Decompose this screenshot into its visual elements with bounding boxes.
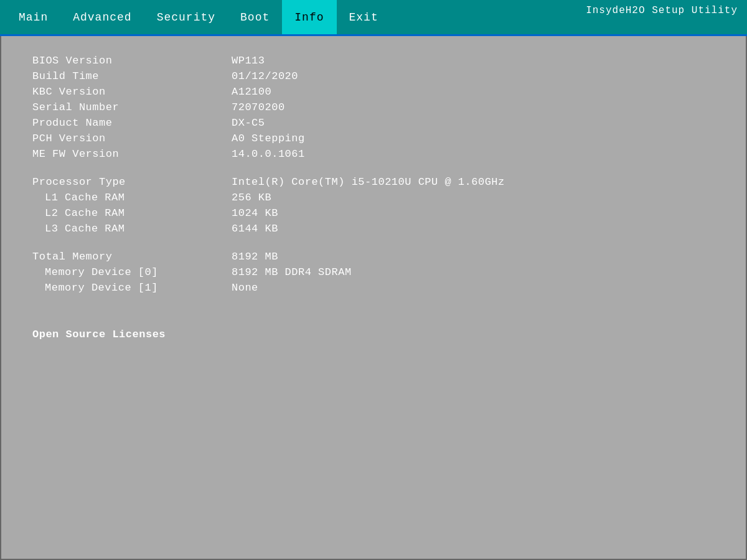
label-l3-cache: L3 Cache RAM (32, 223, 232, 235)
value-memory-device-1: None (232, 282, 258, 294)
info-row-kbc-version: KBC Version A12100 (32, 86, 715, 98)
label-processor-type: Processor Type (32, 176, 232, 188)
label-l1-cache: L1 Cache RAM (32, 192, 232, 203)
utility-title: InsydeH2O Setup Utility (586, 5, 738, 16)
info-row-serial-number: Serial Number 72070200 (32, 101, 715, 113)
divider-1 (32, 164, 715, 176)
info-row-l2-cache: L2 Cache RAM 1024 KB (32, 207, 715, 219)
info-row-memory-device-1: Memory Device [1] None (32, 282, 715, 294)
info-table: BIOS Version WP113 Build Time 01/12/2020… (32, 55, 715, 340)
value-memory-device-0: 8192 MB DDR4 SDRAM (232, 266, 352, 278)
info-row-bios-version: BIOS Version WP113 (32, 55, 715, 67)
value-product-name: DX-C5 (232, 117, 265, 129)
value-total-memory: 8192 MB (232, 251, 278, 263)
open-source-licenses-link[interactable]: Open Source Licenses (32, 329, 715, 340)
label-memory-device-0: Memory Device [0] (32, 266, 232, 278)
info-row-build-time: Build Time 01/12/2020 (32, 70, 715, 82)
divider-2 (32, 238, 715, 251)
value-l1-cache: 256 KB (232, 192, 271, 203)
value-build-time: 01/12/2020 (232, 70, 298, 82)
bios-screen: Main Advanced Security Boot Info Exit In… (0, 0, 747, 560)
divider-3 (32, 297, 715, 310)
menu-item-info[interactable]: Info (282, 0, 336, 34)
label-build-time: Build Time (32, 70, 232, 82)
info-row-me-fw-version: ME FW Version 14.0.0.1061 (32, 148, 715, 160)
info-row-total-memory: Total Memory 8192 MB (32, 251, 715, 263)
info-row-processor-type: Processor Type Intel(R) Core(TM) i5-1021… (32, 176, 715, 188)
value-kbc-version: A12100 (232, 86, 271, 98)
menu-item-boot[interactable]: Boot (228, 0, 282, 34)
info-row-l1-cache: L1 Cache RAM 256 KB (32, 192, 715, 203)
label-serial-number: Serial Number (32, 101, 232, 113)
value-pch-version: A0 Stepping (232, 133, 305, 144)
menu-items: Main Advanced Security Boot Info Exit (6, 0, 391, 34)
info-row-product-name: Product Name DX-C5 (32, 117, 715, 129)
label-bios-version: BIOS Version (32, 55, 232, 67)
menu-item-advanced[interactable]: Advanced (60, 0, 144, 34)
label-memory-device-1: Memory Device [1] (32, 282, 232, 294)
value-l2-cache: 1024 KB (232, 207, 278, 219)
info-row-l3-cache: L3 Cache RAM 6144 KB (32, 223, 715, 235)
value-processor-type: Intel(R) Core(TM) i5-10210U CPU @ 1.60GH… (232, 176, 505, 188)
content-area: BIOS Version WP113 Build Time 01/12/2020… (0, 36, 747, 560)
info-row-pch-version: PCH Version A0 Stepping (32, 133, 715, 144)
menu-item-main[interactable]: Main (6, 0, 60, 34)
menu-item-security[interactable]: Security (144, 0, 228, 34)
label-me-fw-version: ME FW Version (32, 148, 232, 160)
menu-bar: Main Advanced Security Boot Info Exit In… (0, 0, 747, 34)
menu-item-exit[interactable]: Exit (337, 0, 391, 34)
value-l3-cache: 6144 KB (232, 223, 278, 235)
label-l2-cache: L2 Cache RAM (32, 207, 232, 219)
value-bios-version: WP113 (232, 55, 265, 67)
label-total-memory: Total Memory (32, 251, 232, 263)
value-me-fw-version: 14.0.0.1061 (232, 148, 305, 160)
label-pch-version: PCH Version (32, 133, 232, 144)
value-serial-number: 72070200 (232, 101, 285, 113)
label-kbc-version: KBC Version (32, 86, 232, 98)
info-row-memory-device-0: Memory Device [0] 8192 MB DDR4 SDRAM (32, 266, 715, 278)
label-product-name: Product Name (32, 117, 232, 129)
